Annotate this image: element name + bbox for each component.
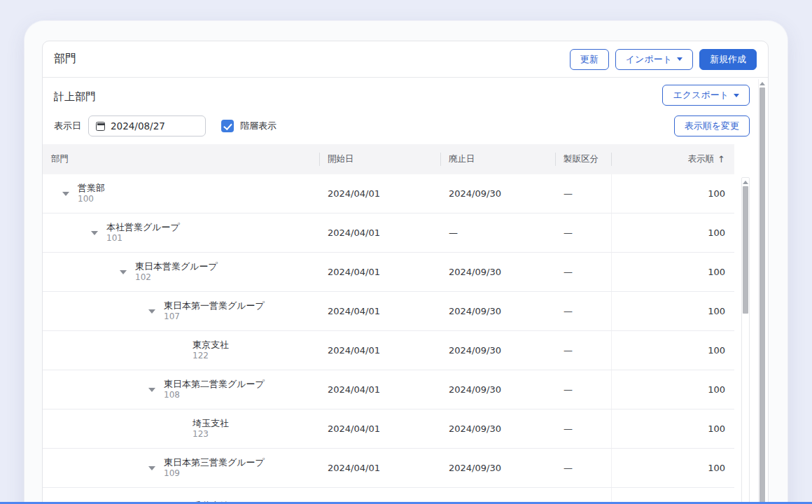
- filter-left: 表示日 2024/08/27 階層表示: [54, 115, 276, 136]
- expand-arrow-icon[interactable]: [91, 231, 98, 235]
- outer-scrollbar[interactable]: [758, 79, 766, 504]
- department-name-block: 東日本第三営業グループ 109: [164, 458, 265, 478]
- end-date-cell: 2024/09/30: [440, 253, 555, 291]
- department-name: 東日本第三営業グループ: [164, 458, 265, 468]
- start-date-cell: 2024/04/01: [319, 253, 440, 291]
- hierarchy-checkbox-field[interactable]: 階層表示: [221, 120, 276, 132]
- refresh-button[interactable]: 更新: [570, 49, 609, 70]
- scroll-up-icon[interactable]: [760, 82, 765, 85]
- department-name-block: 東日本第二営業グループ 108: [164, 379, 265, 400]
- department-cell: 本社営業グループ 101: [43, 214, 319, 252]
- filter-row: 表示日 2024/08/27 階層表示 表示順を変更: [43, 106, 768, 136]
- import-button-label: インポート: [626, 53, 672, 66]
- end-date-cell: 2024/09/30: [440, 449, 555, 487]
- change-order-button-label: 表示順を変更: [685, 120, 739, 132]
- division-cell: —: [555, 370, 611, 409]
- card-content-layer: 部門 更新 インポート 新規作成 計上部門 エクスポート: [24, 21, 788, 504]
- department-name: 本社営業グループ: [106, 223, 180, 232]
- table-row[interactable]: 東日本第一営業グループ 107 2024/04/01 2024/09/30 — …: [43, 292, 734, 331]
- table-header-row: 部門 開始日 廃止日 製販区分 表示順 ↑: [43, 144, 734, 174]
- export-button[interactable]: エクスポート: [662, 85, 750, 106]
- table-row[interactable]: 東日本第三営業グループ 109 2024/04/01 2024/09/30 — …: [43, 449, 734, 488]
- division-cell: —: [555, 331, 611, 370]
- department-cell: 営業部 100: [43, 174, 319, 213]
- table-row[interactable]: 営業部 100 2024/04/01 2024/09/30 — 100: [43, 174, 734, 214]
- header-actions: 更新 インポート 新規作成: [570, 49, 757, 70]
- department-code: 100: [78, 195, 105, 204]
- row-indent: [51, 193, 62, 194]
- expand-arrow-icon[interactable]: [120, 270, 127, 274]
- department-name-block: 東日本営業グループ 102: [135, 262, 218, 282]
- department-name-block: 営業部 100: [78, 183, 105, 204]
- division-cell: —: [555, 449, 611, 487]
- expand-arrow-icon[interactable]: [62, 192, 69, 196]
- outer-scrollbar-thumb[interactable]: [760, 88, 765, 504]
- column-header-end-date: 廃止日: [440, 144, 555, 174]
- change-order-button[interactable]: 表示順を変更: [674, 115, 750, 136]
- table-row[interactable]: 本社営業グループ 101 2024/04/01 — — 100: [43, 214, 734, 253]
- expand-arrow-icon[interactable]: [148, 388, 155, 392]
- section-row: 計上部門 エクスポート: [43, 78, 768, 106]
- start-date-cell: 2024/04/01: [319, 214, 440, 252]
- start-date-cell: 2024/04/01: [319, 331, 440, 370]
- export-button-label: エクスポート: [673, 89, 729, 102]
- start-date-cell: 2024/04/01: [319, 174, 440, 213]
- department-name: 東京支社: [192, 340, 229, 350]
- display-order-cell: 100: [611, 292, 734, 330]
- division-cell: —: [555, 253, 611, 291]
- department-name: 東日本第二営業グループ: [164, 379, 265, 389]
- end-date-cell: 2024/09/30: [440, 370, 555, 409]
- display-date-input[interactable]: 2024/08/27: [88, 115, 206, 136]
- display-order-header-label: 表示順: [688, 153, 715, 165]
- department-name-block: 東京支社 122: [192, 340, 229, 360]
- table-row[interactable]: 東京支社 122 2024/04/01 2024/09/30 — 100: [43, 331, 734, 370]
- display-order-cell: 100: [611, 331, 734, 370]
- hierarchy-checkbox[interactable]: [221, 120, 234, 132]
- chevron-down-icon: [734, 94, 739, 97]
- department-name-block: 東日本第一営業グループ 107: [164, 301, 265, 321]
- hierarchy-checkbox-label: 階層表示: [240, 120, 276, 132]
- start-date-cell: 2024/04/01: [319, 410, 440, 448]
- create-button-label: 新規作成: [710, 53, 746, 66]
- table-row[interactable]: 埼玉支社 123 2024/04/01 2024/09/30 — 100: [43, 410, 734, 449]
- import-button[interactable]: インポート: [615, 49, 693, 70]
- row-indent: [51, 272, 120, 272]
- table-row[interactable]: 東日本第二営業グループ 108 2024/04/01 2024/09/30 — …: [43, 370, 734, 410]
- expand-arrow-icon[interactable]: [148, 466, 155, 470]
- department-name: 営業部: [78, 183, 105, 193]
- expand-arrow-icon[interactable]: [148, 309, 155, 314]
- department-code: 107: [164, 312, 265, 321]
- department-cell: 東日本第二営業グループ 108: [43, 370, 319, 409]
- department-name: 東日本営業グループ: [135, 262, 218, 272]
- calendar-icon[interactable]: [96, 122, 105, 131]
- division-cell: —: [555, 214, 611, 252]
- table-scrollbar-thumb[interactable]: [743, 186, 748, 314]
- department-cell: 東京支社 122: [43, 331, 319, 370]
- column-header-department: 部門: [43, 144, 319, 174]
- row-indent: [51, 428, 177, 429]
- division-cell: —: [555, 292, 611, 330]
- department-cell: 東日本第三営業グループ 109: [43, 449, 319, 487]
- start-date-cell: 2024/04/01: [319, 292, 440, 330]
- display-order-cell: 100: [611, 253, 734, 291]
- department-code: 123: [192, 430, 229, 439]
- column-header-display-order[interactable]: 表示順 ↑: [611, 144, 734, 174]
- sort-ascending-icon: ↑: [718, 154, 725, 164]
- table-row[interactable]: 東日本営業グループ 102 2024/04/01 2024/09/30 — 10…: [43, 253, 734, 292]
- table-scrollbar[interactable]: [741, 177, 750, 504]
- display-order-cell: 100: [611, 410, 734, 448]
- end-date-cell: 2024/09/30: [440, 331, 555, 370]
- display-order-cell: 100: [611, 174, 734, 213]
- table-body: 営業部 100 2024/04/01 2024/09/30 — 100 本社営業…: [43, 174, 768, 504]
- section-heading: 計上部門: [54, 85, 96, 104]
- display-order-cell: 100: [611, 370, 734, 409]
- department-name-block: 埼玉支社 123: [192, 419, 229, 439]
- panel-header: 部門 更新 インポート 新規作成: [43, 41, 768, 78]
- scroll-up-icon[interactable]: [743, 181, 748, 184]
- display-order-cell: 100: [611, 449, 734, 487]
- end-date-cell: —: [440, 214, 555, 252]
- column-header-start-date: 開始日: [319, 144, 440, 174]
- page-title: 部門: [54, 52, 76, 66]
- create-button[interactable]: 新規作成: [699, 49, 757, 70]
- department-name: 埼玉支社: [192, 419, 229, 428]
